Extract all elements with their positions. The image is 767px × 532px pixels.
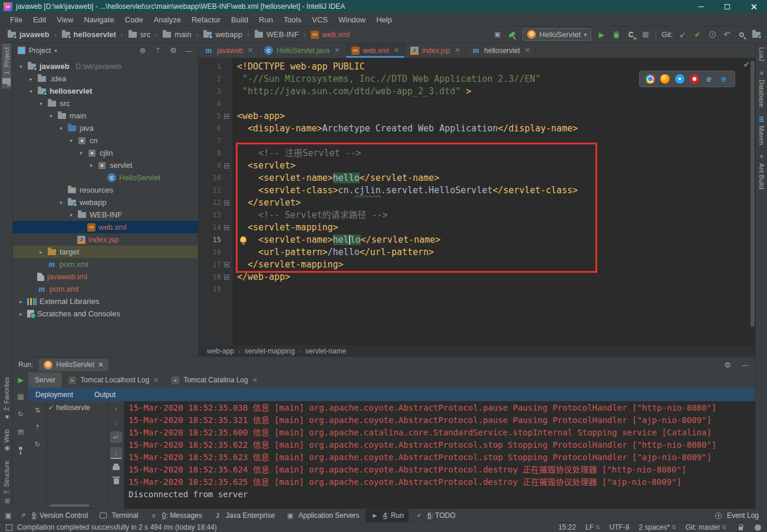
deploy-button[interactable]: ⇅ [33, 405, 42, 415]
toolwindow-toggle-icon[interactable]: ▣ [493, 30, 502, 39]
toolwindow-switcher-icon[interactable]: ▣ [4, 511, 13, 520]
fold-marker-icon[interactable] [224, 225, 229, 230]
scroll-to-end-button[interactable]: ↓ [110, 447, 122, 459]
toolwindow-button-terminal[interactable]: Terminal [94, 509, 143, 522]
tree-item-resources[interactable]: resources [13, 184, 198, 196]
clear-console-button[interactable] [111, 477, 121, 486]
menu-item-file[interactable]: File [5, 14, 28, 26]
nav-crumb-main[interactable]: main [161, 29, 192, 40]
tab-close-icon[interactable]: ✕ [153, 376, 159, 384]
chrome-icon[interactable] [646, 74, 655, 84]
deployment-hscrollbar[interactable] [50, 504, 90, 507]
menu-item-code[interactable]: Code [120, 14, 149, 26]
subtab-output[interactable]: Output [94, 391, 116, 399]
stop-button[interactable] [641, 30, 650, 39]
fold-marker-icon[interactable] [224, 114, 229, 119]
hide-panel-icon[interactable]: — [184, 46, 193, 55]
tree-item-web-xml[interactable]: <>web.xml [13, 221, 198, 233]
nav-crumb-web.xml[interactable]: <>web.xml [310, 29, 351, 39]
rerun-server-button[interactable]: ▶ [16, 375, 25, 385]
editor-code-area[interactable]: 1<!DOCTYPE web-app PUBLIC2 "-//Sun Micro… [199, 58, 755, 345]
xml-breadcrumb-servlet-mapping[interactable]: servlet-mapping [245, 347, 295, 355]
server-tab-tomcat-catalina-log[interactable]: ▸Tomcat Catalina Log✕ [165, 372, 264, 388]
firefox-icon[interactable] [660, 74, 670, 84]
git-rollback-button[interactable]: ↶ [722, 30, 732, 39]
editor-tab-index-jsp[interactable]: Jindex.jsp✕ [405, 43, 466, 58]
toolwindow-button-java-enterprise[interactable]: JJava Enterprise [208, 509, 279, 522]
tree-item-src[interactable]: ▾src [13, 97, 198, 110]
tab-close-icon[interactable]: ✕ [248, 47, 253, 54]
tree-item-pom-xml[interactable]: mpom.xml [13, 258, 198, 270]
tree-item-javaweb-iml[interactable]: javaweb.iml [13, 270, 198, 283]
menu-item-navigate[interactable]: Navigate [78, 14, 119, 26]
stripe-tab-2-favorites[interactable]: ★2: Favorites [2, 373, 11, 425]
toolwindow-button-version-control[interactable]: ↱9: Version Control [14, 509, 93, 522]
edge-icon[interactable]: e [719, 74, 729, 84]
tree-item-scratches-and-consoles[interactable]: ▸Scratches and Consoles [13, 308, 198, 320]
fold-column[interactable] [221, 197, 232, 209]
opera-icon[interactable] [690, 74, 699, 84]
debug-button[interactable] [611, 30, 621, 39]
nav-crumb-javaweb[interactable]: javaweb [6, 29, 51, 40]
run-configuration-select[interactable]: HelloServlet▾ [522, 28, 592, 41]
minimize-button[interactable] [687, 0, 714, 13]
editor-tab-helloservlet-java[interactable]: CHelloServlet.java✕ [259, 43, 345, 58]
tab-close-icon[interactable]: ✕ [252, 376, 258, 384]
lock-icon[interactable] [736, 523, 745, 532]
status-widget-2-spaces-[interactable]: 2 spaces*⇅ [639, 523, 676, 531]
restart-server-button[interactable]: ↻ [16, 409, 25, 419]
toolwindow-button-application-servers[interactable]: ▣Application Servers [281, 509, 364, 522]
git-update-button[interactable]: ↙ [678, 30, 687, 39]
status-widget-utf-8[interactable]: UTF-8 [610, 523, 630, 531]
stop-server-button[interactable] [16, 392, 25, 402]
tree-item-index-jsp[interactable]: Jindex.jsp [13, 233, 198, 246]
run-hide-panel-icon[interactable]: — [740, 360, 750, 369]
fold-marker-icon[interactable] [224, 262, 229, 267]
menu-item-run[interactable]: Run [254, 14, 278, 26]
nav-crumb-helloservlet[interactable]: helloservlet [60, 29, 117, 40]
refresh-deployment-button[interactable]: ↻ [33, 440, 42, 449]
menu-item-refactor[interactable]: Refactor [186, 14, 226, 26]
git-history-button[interactable] [707, 30, 717, 39]
run-tab-close-icon[interactable]: ✕ [98, 361, 104, 369]
scroll-up-button[interactable]: ↑ [111, 404, 121, 414]
menu-item-view[interactable]: View [51, 14, 78, 26]
editor-tab-javaweb[interactable]: mjavaweb✕ [199, 43, 259, 58]
tree-item-external-libraries[interactable]: ▸External Libraries [13, 295, 198, 308]
fold-column[interactable] [221, 259, 232, 271]
close-button[interactable] [740, 0, 767, 13]
collapse-all-button[interactable]: ⇡ [33, 422, 42, 432]
run-with-coverage-button[interactable]: C [626, 30, 636, 39]
toolwindow-button-messages[interactable]: ≡0: Messages [144, 509, 207, 522]
tree-item--idea[interactable]: ▸.idea [13, 72, 198, 85]
safari-icon[interactable] [675, 74, 684, 84]
status-widget-15-22[interactable]: 15:22 [558, 523, 576, 531]
fold-marker-icon[interactable] [224, 200, 229, 206]
menu-item-tools[interactable]: Tools [278, 14, 307, 26]
stripe-tab-maven[interactable]: mMaven [757, 111, 766, 149]
pin-tab-button[interactable] [16, 444, 25, 453]
xml-breadcrumb-servlet-name[interactable]: servlet-name [305, 347, 346, 355]
tree-item-helloservlet[interactable]: CHelloServlet [13, 171, 198, 184]
stripe-tab-database[interactable]: ≡Database [757, 65, 766, 111]
deployment-item[interactable]: ✔helloservle [48, 404, 107, 412]
stripe-tab-web[interactable]: ◉Web [2, 425, 11, 457]
tab-close-icon[interactable]: ✕ [334, 47, 340, 54]
toolwindow-button-todo[interactable]: ✔6: TODO [410, 509, 460, 522]
collapse-all-icon[interactable]: ⇡ [153, 46, 163, 55]
server-tab-tomcat-localhost-log[interactable]: ▸Tomcat Localhost Log✕ [62, 372, 165, 388]
hector-inspections-icon[interactable] [755, 524, 761, 531]
project-structure-icon[interactable] [752, 30, 761, 39]
fold-column[interactable] [221, 222, 232, 234]
run-button[interactable]: ▶ [597, 30, 606, 39]
menu-item-window[interactable]: Window [333, 14, 371, 26]
menu-item-help[interactable]: Help [371, 14, 397, 26]
fold-marker-icon[interactable] [224, 275, 229, 280]
stripe-tab-1-project[interactable]: 1: Project [2, 43, 11, 88]
menu-item-edit[interactable]: Edit [28, 14, 51, 26]
tab-close-icon[interactable]: ✕ [394, 47, 399, 54]
editor-scrollbar[interactable] [750, 61, 755, 327]
settings-gear-icon[interactable]: ⚙ [169, 46, 178, 55]
run-config-tab[interactable]: HelloServlet✕ [39, 359, 108, 371]
stripe-tab-7-structure[interactable]: ⊞7: Structure [2, 457, 11, 508]
